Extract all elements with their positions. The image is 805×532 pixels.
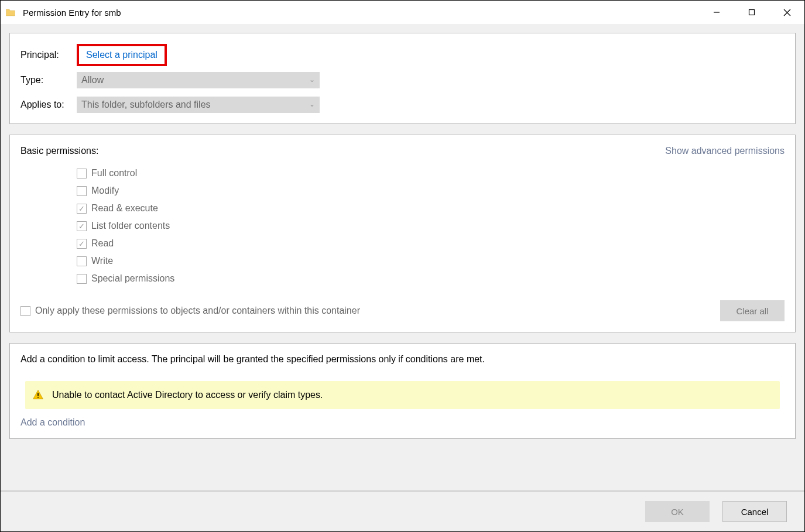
permission-item: Special permissions (77, 270, 785, 287)
permission-checkbox[interactable]: ✓ (77, 239, 87, 249)
permission-checkbox[interactable] (77, 274, 87, 284)
minimize-icon (713, 9, 720, 16)
svg-rect-4 (37, 393, 39, 396)
permission-item: Modify (77, 182, 785, 200)
footer: OK Cancel (1, 490, 804, 531)
type-label: Type: (20, 75, 77, 85)
applies-combo[interactable]: This folder, subfolders and files ⌄ (77, 97, 320, 113)
permission-item: Write (77, 252, 785, 270)
permission-item: ✓Read & execute (77, 200, 785, 217)
show-advanced-permissions-link[interactable]: Show advanced permissions (665, 146, 785, 156)
warning-box: Unable to contact Active Directory to ac… (25, 381, 780, 409)
permission-item: ✓Read (77, 235, 785, 252)
type-combo[interactable]: Allow ⌄ (77, 72, 320, 88)
permission-label: Read (91, 238, 114, 249)
principal-label: Principal: (20, 50, 77, 60)
basic-permissions-label: Basic permissions: (20, 146, 98, 156)
condition-description: Add a condition to limit access. The pri… (20, 354, 785, 365)
permission-label: Modify (91, 186, 119, 196)
add-condition-link[interactable]: Add a condition (20, 417, 85, 427)
permission-label: Write (91, 256, 113, 266)
maximize-button[interactable] (734, 1, 769, 24)
applies-combo-value: This folder, subfolders and files (81, 99, 211, 110)
svg-rect-1 (749, 10, 755, 15)
folder-icon (5, 7, 16, 18)
permission-checkbox[interactable]: ✓ (77, 221, 87, 231)
permission-label: Full control (91, 168, 137, 179)
applies-label: Applies to: (20, 99, 77, 110)
close-icon (783, 9, 791, 16)
minimize-button[interactable] (699, 1, 734, 24)
permission-checkbox[interactable] (77, 256, 87, 266)
client-area: Principal: Select a principal Type: Allo… (1, 24, 804, 531)
chevron-down-icon: ⌄ (309, 75, 315, 84)
permission-checkbox[interactable] (77, 186, 87, 196)
permission-checkbox[interactable]: ✓ (77, 204, 87, 214)
window-title: Permission Entry for smb (23, 8, 121, 18)
maximize-icon (748, 9, 755, 16)
permission-item: ✓List folder contents (77, 217, 785, 235)
permissions-panel: Basic permissions: Show advanced permiss… (9, 135, 796, 332)
conditions-panel: Add a condition to limit access. The pri… (9, 343, 796, 439)
close-button[interactable] (769, 1, 804, 24)
chevron-down-icon: ⌄ (309, 100, 315, 108)
ok-button[interactable]: OK (645, 501, 710, 522)
warning-icon (32, 389, 44, 401)
permission-checkbox[interactable] (77, 169, 87, 179)
cancel-button[interactable]: Cancel (722, 501, 787, 522)
select-principal-link[interactable]: Select a principal (77, 44, 167, 66)
only-within-label: Only apply these permissions to objects … (35, 306, 360, 316)
permission-label: Special permissions (91, 273, 174, 284)
permission-item: Full control (77, 164, 785, 182)
clear-all-button[interactable]: Clear all (720, 300, 785, 321)
permissions-list: Full controlModify✓Read & execute✓List f… (77, 164, 785, 287)
titlebar: Permission Entry for smb (1, 1, 804, 24)
only-within-checkbox[interactable] (20, 306, 30, 316)
type-combo-value: Allow (81, 75, 104, 85)
svg-rect-5 (37, 397, 39, 398)
permission-label: List folder contents (91, 221, 170, 231)
warning-text: Unable to contact Active Directory to ac… (52, 390, 323, 400)
principal-panel: Principal: Select a principal Type: Allo… (9, 33, 796, 124)
window-controls (699, 1, 804, 24)
permission-label: Read & execute (91, 203, 158, 214)
